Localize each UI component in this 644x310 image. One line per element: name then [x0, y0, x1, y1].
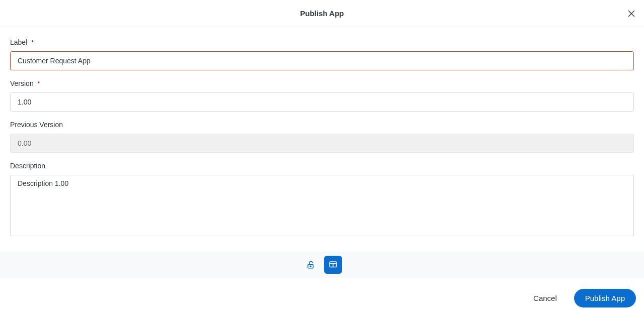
- label-input[interactable]: [10, 51, 634, 70]
- form-group-version: Version *: [10, 79, 634, 112]
- form-group-previous-version: Previous Version: [10, 121, 634, 153]
- label-text: Label: [10, 38, 27, 46]
- toggle-bar: [0, 252, 644, 278]
- form-group-label: Label *: [10, 38, 634, 70]
- close-button[interactable]: [626, 8, 637, 19]
- cancel-button[interactable]: Cancel: [527, 290, 563, 306]
- close-icon: [628, 10, 635, 17]
- modal-title: Publish App: [300, 9, 344, 18]
- form-group-description: Description: [10, 162, 634, 238]
- layout-toggle-button[interactable]: [324, 256, 342, 274]
- version-text: Version: [10, 79, 34, 87]
- unlock-toggle-button[interactable]: [302, 256, 320, 274]
- layout-icon: [329, 260, 338, 269]
- required-asterisk: *: [38, 80, 40, 87]
- modal-footer: Cancel Publish App: [0, 278, 644, 310]
- svg-point-3: [310, 266, 311, 267]
- previous-version-text: Previous Version: [10, 121, 63, 129]
- version-field-label: Version *: [10, 79, 634, 87]
- description-textarea[interactable]: [10, 175, 634, 236]
- description-text: Description: [10, 162, 45, 170]
- previous-version-field-label: Previous Version: [10, 121, 634, 129]
- description-field-label: Description: [10, 162, 634, 170]
- previous-version-input: [10, 134, 634, 153]
- modal-body: Label * Version * Previous Version Descr…: [0, 27, 644, 252]
- version-input[interactable]: [10, 92, 634, 112]
- publish-app-button[interactable]: Publish App: [574, 289, 636, 307]
- label-field-label: Label *: [10, 38, 634, 46]
- modal-header: Publish App: [0, 0, 644, 27]
- unlock-icon: [306, 260, 315, 269]
- required-asterisk: *: [31, 39, 34, 46]
